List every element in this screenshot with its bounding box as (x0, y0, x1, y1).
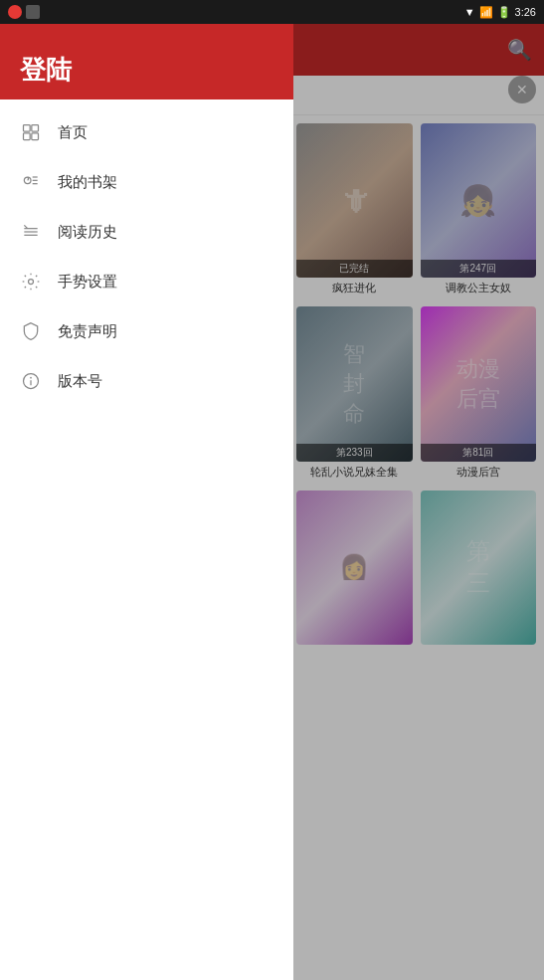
svg-rect-1 (32, 125, 39, 132)
drawer-item-disclaimer[interactable]: 免责声明 (0, 306, 293, 356)
drawer-label-gesture: 手势设置 (58, 273, 117, 292)
drawer-label-version: 版本号 (58, 372, 102, 391)
wifi-icon: ▼ (464, 6, 475, 18)
drawer-title: 登陆 (20, 53, 72, 88)
status-bar-left (8, 5, 40, 19)
app-icon-square (26, 5, 40, 19)
bookshelf-icon (20, 171, 42, 193)
drawer-item-bookshelf[interactable]: 我的书架 (0, 157, 293, 207)
gesture-icon (20, 271, 42, 293)
version-icon (20, 370, 42, 392)
drawer-item-gesture[interactable]: 手势设置 (0, 257, 293, 306)
disclaimer-icon (20, 320, 42, 342)
app-icon-red (8, 5, 22, 19)
drawer-label-history: 阅读历史 (58, 223, 117, 242)
status-bar: ▼ 📶 🔋 3:26 (0, 0, 544, 24)
signal-icon: 📶 (479, 6, 493, 19)
drawer-label-bookshelf: 我的书架 (58, 173, 117, 192)
svg-rect-0 (24, 125, 31, 132)
drawer-item-history[interactable]: 阅读历史 (0, 207, 293, 257)
drawer-label-home: 首页 (58, 123, 88, 142)
main-content: 🔍 ✕ ... 玄幻�法 武 凡 4回 已结 茉莉 5回 (0, 24, 544, 980)
drawer-header: 登陆 (0, 24, 293, 99)
drawer: 登陆 首页 (0, 24, 293, 980)
drawer-menu: 首页 我的书架 (0, 99, 293, 980)
drawer-item-home[interactable]: 首页 (0, 107, 293, 157)
svg-rect-2 (24, 133, 31, 140)
drawer-item-version[interactable]: 版本号 (0, 356, 293, 406)
battery-icon: 🔋 (497, 6, 511, 19)
drawer-label-disclaimer: 免责声明 (58, 322, 117, 341)
svg-point-4 (24, 177, 31, 184)
home-icon (20, 121, 42, 143)
history-icon (20, 221, 42, 243)
svg-point-11 (29, 280, 34, 285)
status-bar-right: ▼ 📶 🔋 3:26 (464, 6, 536, 19)
svg-rect-3 (32, 133, 39, 140)
time-display: 3:26 (515, 6, 536, 18)
